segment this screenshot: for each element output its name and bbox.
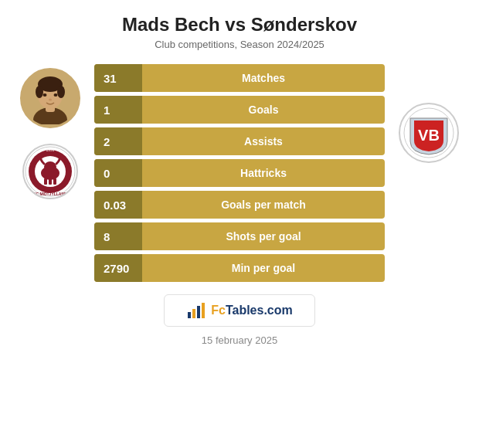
stat-row: 8Shots per goal bbox=[94, 222, 385, 250]
svg-point-5 bbox=[36, 86, 43, 98]
stat-value: 2790 bbox=[94, 254, 142, 282]
stat-value: 2 bbox=[94, 127, 142, 155]
stat-row: 0Hattricks bbox=[94, 159, 385, 187]
stat-label: Matches bbox=[142, 72, 385, 84]
svg-text:VB: VB bbox=[418, 127, 440, 144]
svg-rect-22 bbox=[188, 312, 191, 318]
right-logo: VB bbox=[394, 64, 464, 163]
fctables-icon bbox=[186, 301, 205, 320]
fctables-banner: FcTables.com bbox=[164, 294, 315, 327]
stat-value: 0 bbox=[94, 159, 142, 187]
svg-point-7 bbox=[43, 93, 47, 97]
svg-point-8 bbox=[54, 93, 58, 97]
fctables-text: FcTables.com bbox=[211, 304, 293, 317]
svg-rect-15 bbox=[44, 178, 47, 185]
svg-point-6 bbox=[57, 86, 65, 98]
svg-rect-16 bbox=[49, 178, 52, 185]
svg-text:FC MIDTJYLLAND: FC MIDTJYLLAND bbox=[33, 192, 67, 196]
stat-label: Goals bbox=[142, 104, 385, 116]
stat-row: 2790Min per goal bbox=[94, 254, 385, 282]
svg-point-14 bbox=[44, 161, 56, 172]
page-wrapper: Mads Bech vs Sønderskov Club competition… bbox=[0, 0, 479, 448]
stat-value: 31 bbox=[94, 64, 142, 92]
svg-rect-23 bbox=[192, 309, 195, 318]
stat-label: Hattricks bbox=[142, 167, 385, 179]
stat-row: 1Goals bbox=[94, 96, 385, 124]
svg-rect-24 bbox=[197, 306, 200, 318]
svg-point-9 bbox=[49, 99, 52, 101]
player-avatar bbox=[20, 68, 80, 128]
stat-row: 0.03Goals per match bbox=[94, 191, 385, 219]
page-title: Mads Bech vs Sønderskov bbox=[122, 14, 357, 36]
stat-row: 31Matches bbox=[94, 64, 385, 92]
svg-rect-17 bbox=[53, 178, 56, 185]
left-logos: FC MIDTJYLLAND 1999 bbox=[15, 68, 85, 199]
stat-label: Shots per goal bbox=[142, 230, 385, 243]
stat-value: 8 bbox=[94, 222, 142, 250]
svg-text:1999: 1999 bbox=[46, 148, 54, 152]
stat-label: Goals per match bbox=[142, 199, 385, 211]
footer-date: 15 february 2025 bbox=[202, 334, 277, 346]
stat-label: Assists bbox=[142, 135, 385, 148]
stats-rows: 31Matches1Goals2Assists0Hattricks0.03Goa… bbox=[94, 64, 385, 282]
stat-value: 1 bbox=[94, 96, 142, 124]
main-content: FC MIDTJYLLAND 1999 31Matches1Goals2Assi… bbox=[15, 64, 464, 282]
stat-label: Min per goal bbox=[142, 262, 385, 274]
page-subtitle: Club competitions, Season 2024/2025 bbox=[155, 39, 324, 50]
stat-row: 2Assists bbox=[94, 127, 385, 155]
team-logo-left: FC MIDTJYLLAND 1999 bbox=[22, 144, 78, 199]
svg-rect-25 bbox=[202, 303, 205, 318]
stat-value: 0.03 bbox=[94, 191, 142, 219]
team-logo-right: VB bbox=[399, 103, 459, 163]
